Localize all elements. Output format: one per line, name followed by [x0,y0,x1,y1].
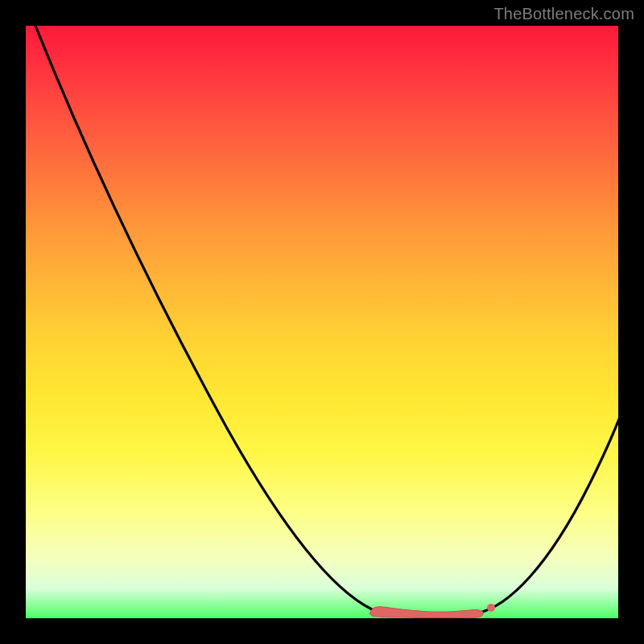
chart-frame: TheBottleneck.com [0,0,644,644]
marker-dot-icon [487,604,495,612]
plot-area [26,26,618,618]
bottleneck-curve [26,26,618,618]
optimum-blob [369,607,483,618]
watermark-text: TheBottleneck.com [493,5,634,23]
curve-path [34,26,618,617]
